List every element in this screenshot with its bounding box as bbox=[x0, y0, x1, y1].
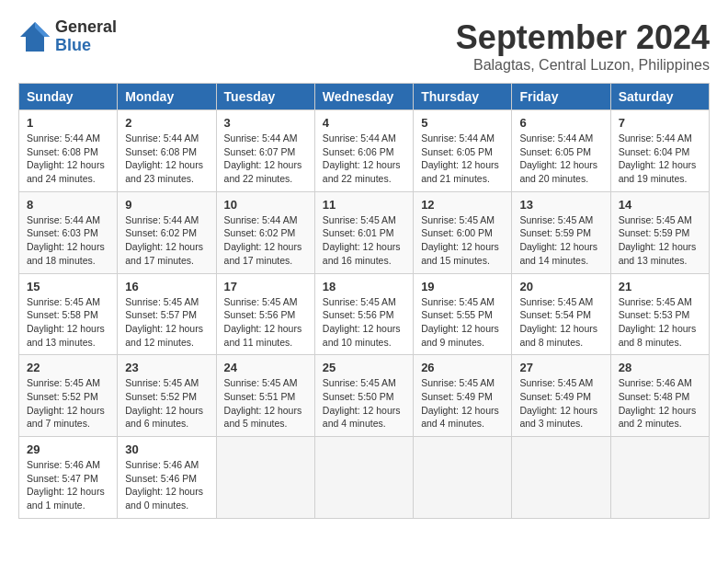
day-info: Sunrise: 5:45 AM Sunset: 5:56 PM Dayligh… bbox=[224, 295, 307, 350]
calendar-cell: 8Sunrise: 5:44 AM Sunset: 6:03 PM Daylig… bbox=[19, 191, 118, 273]
calendar-cell: 22Sunrise: 5:45 AM Sunset: 5:52 PM Dayli… bbox=[19, 355, 118, 437]
day-number: 5 bbox=[421, 116, 504, 130]
calendar-cell bbox=[314, 437, 413, 519]
day-info: Sunrise: 5:45 AM Sunset: 5:58 PM Dayligh… bbox=[27, 295, 109, 350]
day-info: Sunrise: 5:46 AM Sunset: 5:46 PM Dayligh… bbox=[125, 458, 208, 512]
logo-icon bbox=[18, 20, 51, 53]
calendar-cell: 2Sunrise: 5:44 AM Sunset: 6:08 PM Daylig… bbox=[118, 110, 216, 192]
calendar-cell: 26Sunrise: 5:45 AM Sunset: 5:49 PM Dayli… bbox=[414, 355, 512, 437]
day-info: Sunrise: 5:45 AM Sunset: 5:53 PM Dayligh… bbox=[619, 295, 701, 350]
weekday-header-tuesday: Tuesday bbox=[216, 84, 314, 110]
logo-general-text: General bbox=[55, 18, 117, 37]
calendar-cell: 16Sunrise: 5:45 AM Sunset: 5:57 PM Dayli… bbox=[118, 273, 216, 355]
day-info: Sunrise: 5:44 AM Sunset: 6:08 PM Dayligh… bbox=[27, 132, 109, 186]
calendar-cell: 4Sunrise: 5:44 AM Sunset: 6:06 PM Daylig… bbox=[314, 110, 413, 192]
calendar-cell bbox=[414, 437, 512, 519]
day-info: Sunrise: 5:45 AM Sunset: 5:59 PM Dayligh… bbox=[619, 213, 701, 268]
weekday-header-sunday: Sunday bbox=[19, 84, 118, 110]
day-number: 28 bbox=[619, 361, 701, 374]
day-info: Sunrise: 5:45 AM Sunset: 5:56 PM Dayligh… bbox=[323, 295, 405, 350]
day-number: 17 bbox=[224, 280, 307, 293]
day-number: 29 bbox=[27, 442, 109, 456]
day-number: 18 bbox=[323, 280, 405, 293]
calendar-cell: 18Sunrise: 5:45 AM Sunset: 5:56 PM Dayli… bbox=[314, 273, 413, 355]
day-info: Sunrise: 5:45 AM Sunset: 5:50 PM Dayligh… bbox=[323, 376, 405, 431]
calendar-cell: 1Sunrise: 5:44 AM Sunset: 6:08 PM Daylig… bbox=[19, 110, 118, 192]
day-number: 3 bbox=[224, 116, 307, 130]
logo: General Blue bbox=[18, 18, 117, 55]
calendar-cell: 29Sunrise: 5:46 AM Sunset: 5:47 PM Dayli… bbox=[19, 437, 118, 519]
day-number: 13 bbox=[519, 198, 602, 212]
day-info: Sunrise: 5:45 AM Sunset: 5:49 PM Dayligh… bbox=[519, 376, 602, 431]
day-number: 11 bbox=[323, 198, 405, 212]
day-number: 2 bbox=[125, 116, 208, 130]
day-number: 7 bbox=[619, 116, 701, 130]
location-title: Balagtas, Central Luzon, Philippines bbox=[456, 57, 710, 74]
day-info: Sunrise: 5:45 AM Sunset: 5:55 PM Dayligh… bbox=[421, 295, 504, 350]
calendar-cell: 7Sunrise: 5:44 AM Sunset: 6:04 PM Daylig… bbox=[610, 110, 709, 192]
day-info: Sunrise: 5:45 AM Sunset: 5:59 PM Dayligh… bbox=[519, 213, 602, 268]
calendar-cell: 28Sunrise: 5:46 AM Sunset: 5:48 PM Dayli… bbox=[610, 355, 709, 437]
calendar-cell: 5Sunrise: 5:44 AM Sunset: 6:05 PM Daylig… bbox=[414, 110, 512, 192]
weekday-header-monday: Monday bbox=[118, 84, 216, 110]
calendar-cell: 12Sunrise: 5:45 AM Sunset: 6:00 PM Dayli… bbox=[414, 191, 512, 273]
calendar-cell: 13Sunrise: 5:45 AM Sunset: 5:59 PM Dayli… bbox=[512, 191, 610, 273]
header: General Blue September 2024 Balagtas, Ce… bbox=[18, 18, 710, 74]
calendar-cell: 14Sunrise: 5:45 AM Sunset: 5:59 PM Dayli… bbox=[610, 191, 709, 273]
day-number: 19 bbox=[421, 280, 504, 293]
month-title: September 2024 bbox=[456, 18, 710, 57]
calendar-cell bbox=[610, 437, 709, 519]
calendar-cell: 11Sunrise: 5:45 AM Sunset: 6:01 PM Dayli… bbox=[314, 191, 413, 273]
day-info: Sunrise: 5:45 AM Sunset: 6:00 PM Dayligh… bbox=[421, 213, 504, 268]
logo-blue-text: Blue bbox=[55, 37, 117, 55]
day-info: Sunrise: 5:44 AM Sunset: 6:02 PM Dayligh… bbox=[125, 213, 208, 268]
calendar-cell: 25Sunrise: 5:45 AM Sunset: 5:50 PM Dayli… bbox=[314, 355, 413, 437]
day-number: 10 bbox=[224, 198, 307, 212]
day-number: 6 bbox=[519, 116, 602, 130]
calendar-cell: 27Sunrise: 5:45 AM Sunset: 5:49 PM Dayli… bbox=[512, 355, 610, 437]
day-number: 23 bbox=[125, 361, 208, 374]
day-number: 15 bbox=[27, 280, 109, 293]
week-row-3: 15Sunrise: 5:45 AM Sunset: 5:58 PM Dayli… bbox=[19, 273, 710, 355]
calendar-cell bbox=[512, 437, 610, 519]
day-info: Sunrise: 5:45 AM Sunset: 5:49 PM Dayligh… bbox=[421, 376, 504, 431]
calendar-cell: 17Sunrise: 5:45 AM Sunset: 5:56 PM Dayli… bbox=[216, 273, 314, 355]
day-number: 25 bbox=[323, 361, 405, 374]
calendar-cell: 21Sunrise: 5:45 AM Sunset: 5:53 PM Dayli… bbox=[610, 273, 709, 355]
day-info: Sunrise: 5:45 AM Sunset: 5:52 PM Dayligh… bbox=[125, 376, 208, 431]
calendar-cell: 30Sunrise: 5:46 AM Sunset: 5:46 PM Dayli… bbox=[118, 437, 216, 519]
day-info: Sunrise: 5:44 AM Sunset: 6:06 PM Dayligh… bbox=[323, 132, 405, 186]
calendar-cell: 20Sunrise: 5:45 AM Sunset: 5:54 PM Dayli… bbox=[512, 273, 610, 355]
day-number: 27 bbox=[519, 361, 602, 374]
day-info: Sunrise: 5:45 AM Sunset: 5:51 PM Dayligh… bbox=[224, 376, 307, 431]
day-number: 8 bbox=[27, 198, 109, 212]
day-number: 24 bbox=[224, 361, 307, 374]
week-row-2: 8Sunrise: 5:44 AM Sunset: 6:03 PM Daylig… bbox=[19, 191, 710, 273]
day-info: Sunrise: 5:44 AM Sunset: 6:04 PM Dayligh… bbox=[619, 132, 701, 186]
day-info: Sunrise: 5:44 AM Sunset: 6:08 PM Dayligh… bbox=[125, 132, 208, 186]
calendar-table: SundayMondayTuesdayWednesdayThursdayFrid… bbox=[18, 83, 710, 519]
day-number: 1 bbox=[27, 116, 109, 130]
calendar-cell: 6Sunrise: 5:44 AM Sunset: 6:05 PM Daylig… bbox=[512, 110, 610, 192]
day-info: Sunrise: 5:44 AM Sunset: 6:03 PM Dayligh… bbox=[27, 213, 109, 268]
day-number: 12 bbox=[421, 198, 504, 212]
weekday-header-saturday: Saturday bbox=[610, 84, 709, 110]
day-info: Sunrise: 5:45 AM Sunset: 5:54 PM Dayligh… bbox=[519, 295, 602, 350]
day-info: Sunrise: 5:46 AM Sunset: 5:48 PM Dayligh… bbox=[619, 376, 701, 431]
weekday-header-friday: Friday bbox=[512, 84, 610, 110]
day-number: 16 bbox=[125, 280, 208, 293]
weekday-header-thursday: Thursday bbox=[414, 84, 512, 110]
weekday-header-wednesday: Wednesday bbox=[314, 84, 413, 110]
day-number: 30 bbox=[125, 442, 208, 456]
day-number: 26 bbox=[421, 361, 504, 374]
day-number: 14 bbox=[619, 198, 701, 212]
calendar-cell bbox=[216, 437, 314, 519]
calendar-cell: 10Sunrise: 5:44 AM Sunset: 6:02 PM Dayli… bbox=[216, 191, 314, 273]
day-number: 4 bbox=[323, 116, 405, 130]
day-number: 20 bbox=[519, 280, 602, 293]
calendar-cell: 3Sunrise: 5:44 AM Sunset: 6:07 PM Daylig… bbox=[216, 110, 314, 192]
day-info: Sunrise: 5:45 AM Sunset: 6:01 PM Dayligh… bbox=[323, 213, 405, 268]
day-info: Sunrise: 5:44 AM Sunset: 6:02 PM Dayligh… bbox=[224, 213, 307, 268]
day-info: Sunrise: 5:44 AM Sunset: 6:05 PM Dayligh… bbox=[519, 132, 602, 186]
week-row-4: 22Sunrise: 5:45 AM Sunset: 5:52 PM Dayli… bbox=[19, 355, 710, 437]
